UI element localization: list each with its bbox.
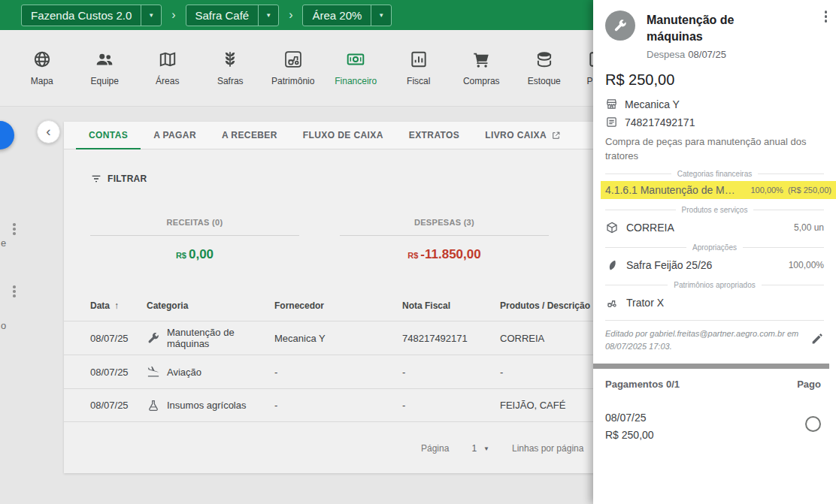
nav-item-label: Mapa	[31, 76, 53, 86]
drag-handle-icon[interactable]	[10, 282, 19, 300]
package-icon	[605, 221, 619, 234]
area-selector[interactable]: Área 20% ▼	[302, 5, 392, 26]
category-name: 4.1.6.1 Manutenção de M…	[605, 184, 735, 196]
category-avatar	[605, 11, 635, 41]
supplier-row: Mecanica Y	[605, 98, 824, 110]
filter-label: FILTRAR	[108, 174, 147, 184]
payment-row[interactable]: 08/07/25 R$ 250,00	[605, 412, 821, 441]
tab-extratos[interactable]: EXTRATOS	[396, 122, 472, 149]
payments-header-row: Pagamentos 0/1 Pago	[605, 379, 821, 390]
filter-button[interactable]: FILTRAR	[90, 173, 147, 185]
nav-item-label: Fiscal	[407, 76, 430, 86]
receitas-amount: 0,00	[189, 247, 214, 261]
supplier-name: Mecanica Y	[625, 98, 680, 110]
nav-item-label: Equipe	[91, 76, 119, 86]
despesas-summary: DESPESAS (3) R$-11.850,00	[340, 218, 549, 262]
cell-supplier: -	[274, 367, 402, 378]
receitas-label: RECEITAS (0)	[90, 218, 299, 236]
tractor-small-icon	[605, 296, 619, 309]
clipped-text-fragment: o	[1, 320, 6, 331]
stack-icon	[535, 50, 554, 69]
tab-fluxo-de-caixa[interactable]: FLUXO DE CAIXA	[290, 122, 396, 149]
edited-note: Editado por gabriel.freitas@partner.aegr…	[605, 327, 799, 353]
item-name: Safra Feijão 25/26	[626, 259, 712, 271]
despesas-label: DESPESAS (3)	[340, 218, 549, 236]
receitas-summary: RECEITAS (0) R$0,00	[90, 218, 299, 262]
tab-contas[interactable]: CONTAS	[76, 122, 141, 149]
pencil-icon[interactable]	[810, 332, 824, 353]
invoice-number: 748217492171	[625, 116, 695, 128]
map-icon	[158, 50, 177, 69]
column-header[interactable]: Data↑	[90, 300, 147, 311]
payment-date: 08/07/25	[605, 412, 654, 424]
flask-icon	[147, 399, 160, 412]
panel-menu-button[interactable]	[822, 8, 831, 26]
breadcrumb-separator: ›	[171, 8, 175, 22]
chevron-down-icon: ▼	[258, 5, 278, 26]
type-label: Despesa	[647, 49, 685, 60]
tab-label: A PAGAR	[153, 130, 196, 140]
nav-item-patrimonio[interactable]: Patrimônio	[262, 30, 325, 106]
seed-icon	[605, 258, 619, 272]
cell-invoice: -	[402, 367, 500, 378]
tractor-icon	[283, 50, 303, 69]
invoice-row: 748217492171	[605, 116, 824, 128]
transaction-description: Compra de peças para manutenção anual do…	[605, 134, 817, 163]
nav-item-label: Safras	[217, 76, 244, 86]
item-value: 5,00 un	[794, 222, 824, 233]
item-value: 100,00%	[789, 260, 824, 270]
section-label: Apropriações	[692, 243, 737, 252]
nav-item-fiscal[interactable]: Fiscal	[387, 30, 450, 106]
fiscal-icon	[409, 50, 429, 69]
clipped-text-fragment: e	[1, 237, 6, 249]
item-name: CORREIA	[626, 222, 674, 234]
nav-item-equipe[interactable]: Equipe	[74, 30, 137, 106]
panel-header: Manutenção de máquinas	[605, 11, 824, 45]
tab-a-pagar[interactable]: A PAGAR	[141, 122, 209, 149]
category-item[interactable]: 4.1.6.1 Manutenção de M…100,00%(R$ 250,0…	[601, 181, 836, 199]
tab-label: A RECEBER	[222, 130, 277, 140]
detail-panel: Manutenção de máquinas Despesa08/07/25 R…	[593, 0, 836, 504]
appropriation-item: Safra Feijão 25/26100,00%	[605, 256, 824, 274]
season-selector[interactable]: Safra Café ▼	[186, 5, 280, 26]
section-divider-patrimony: Patrimônios apropriados	[605, 281, 824, 289]
receipt-icon	[605, 116, 618, 128]
nav-item-estoque[interactable]: Estoque	[513, 30, 576, 106]
tab-label: CONTAS	[89, 130, 128, 140]
page-select[interactable]: 1 ▼	[471, 443, 489, 454]
store-icon	[605, 98, 618, 110]
payments-section: Pagamentos 0/1 Pago 08/07/25 R$ 250,00	[593, 369, 836, 441]
despesas-value: R$-11.850,00	[340, 247, 549, 262]
chevron-down-icon: ▼	[483, 445, 489, 452]
tab-livro-caixa[interactable]: LIVRO CAIXA	[472, 122, 574, 149]
panel-title: Manutenção de máquinas	[647, 12, 778, 45]
season-selector-label: Safra Café	[186, 5, 259, 26]
column-header: Categoria	[147, 300, 274, 311]
drag-handle-icon[interactable]	[10, 220, 19, 238]
cell-invoice: 748217492171	[402, 333, 500, 344]
farm-selector-label: Fazenda Custos 2.0	[22, 5, 141, 26]
nav-item-areas[interactable]: Áreas	[136, 30, 199, 106]
cell-category: Manutenção de máquinas	[147, 327, 274, 349]
cell-category: Aviação	[147, 365, 274, 379]
back-button[interactable]: ‹	[37, 120, 60, 143]
paid-radio[interactable]	[805, 416, 821, 432]
farm-selector[interactable]: Fazenda Custos 2.0 ▼	[21, 5, 162, 26]
nav-item-safras[interactable]: Safras	[199, 30, 262, 106]
fab-button[interactable]	[0, 121, 14, 149]
product-item: CORREIA5,00 un	[605, 219, 824, 237]
nav-item-financeiro[interactable]: Financeiro	[325, 30, 388, 106]
cell-supplier: Mecanica Y	[274, 333, 402, 344]
horizontal-scrollbar[interactable]	[593, 364, 829, 369]
column-header: Fornecedor	[274, 300, 402, 311]
breadcrumb-separator: ›	[289, 8, 292, 22]
nav-item-mapa[interactable]: Mapa	[11, 30, 74, 106]
cell-category: Insumos agrícolas	[147, 399, 274, 412]
chevron-down-icon: ▼	[371, 5, 391, 26]
category-label: Manutenção de máquinas	[167, 327, 267, 349]
divider	[605, 320, 824, 321]
paid-column-header: Pago	[797, 379, 821, 390]
tab-a-receber[interactable]: A RECEBER	[209, 122, 290, 149]
nav-item-compras[interactable]: Compras	[450, 30, 513, 106]
nav-item-label: P	[587, 76, 593, 86]
